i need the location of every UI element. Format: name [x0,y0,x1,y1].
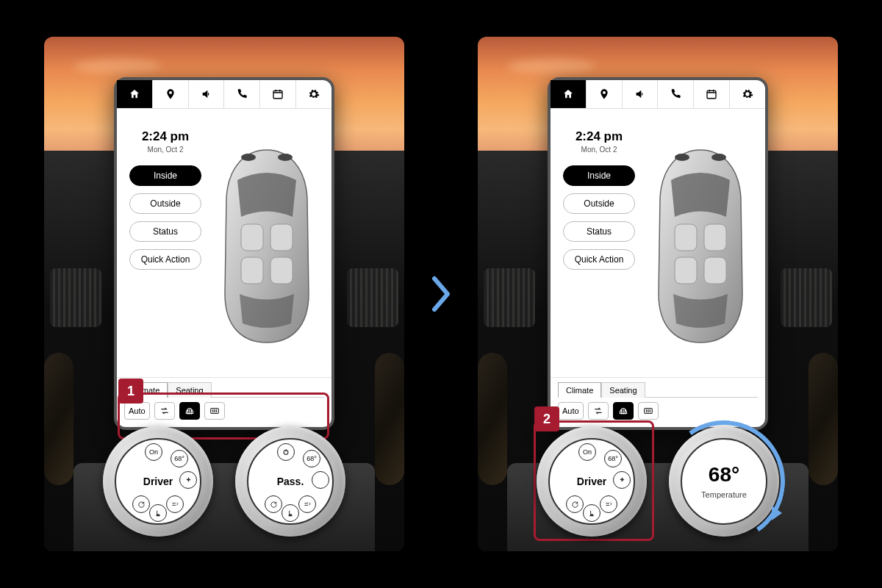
nav-calendar[interactable] [260,80,296,108]
temperature-dial-expanded[interactable]: 68° Temperature [669,426,779,537]
passenger-dial-label: Pass. [277,476,304,487]
passenger-dial-seat[interactable] [282,504,299,522]
vehicle-top-view [211,119,323,373]
driver-dial-label: Driver [143,476,173,487]
climate-recirculate-button[interactable] [588,402,609,420]
view-pill-outside[interactable]: Outside [563,193,635,214]
driver-dial-seat[interactable] [149,504,167,522]
climate-rear-defrost-button[interactable] [638,402,659,420]
passenger-dial-temp[interactable]: 68° [303,450,320,467]
driver-dial[interactable]: Driver On 68° [537,426,647,537]
tab-seating[interactable]: Seating [601,382,645,398]
passenger-dial-fan[interactable] [312,471,329,489]
svg-rect-9 [707,90,716,98]
transition-arrow-icon [426,279,456,309]
vehicle-top-view [645,119,756,373]
center-display: 2:24 pm Mon, Oct 2 Inside Outside Status… [548,77,768,430]
tab-seating[interactable]: Seating [168,382,211,398]
svg-rect-2 [270,224,293,251]
center-display: 2:24 pm Mon, Oct 2 Inside Outside Status… [114,77,334,430]
driver-dial-label: Driver [577,476,606,487]
nav-calendar[interactable] [694,80,730,108]
svg-point-5 [241,154,256,161]
passenger-dial-on[interactable] [277,443,295,461]
air-vent-left [50,268,101,327]
driver-dial-airflow[interactable] [600,495,617,513]
nav-location[interactable] [587,80,623,108]
nav-phone[interactable] [224,80,260,108]
svg-point-6 [278,154,293,161]
view-pill-status[interactable]: Status [129,221,201,242]
nav-volume[interactable] [623,80,659,108]
bottom-panel: Climate Seating Auto [117,377,331,427]
panel-before: 2:24 pm Mon, Oct 2 Inside Outside Status… [44,37,404,551]
view-pill-inside[interactable]: Inside [129,165,201,186]
clock-date: Mon, Oct 2 [576,146,623,154]
bottom-panel: Climate Seating Auto [551,377,765,427]
climate-front-defrost-button[interactable] [613,402,634,420]
temp-value: 68° [709,463,739,487]
panel-after: 2:24 pm Mon, Oct 2 Inside Outside Status… [478,37,838,551]
clock-date: Mon, Oct 2 [142,146,189,154]
climate-recirculate-button[interactable] [154,402,175,420]
dial-row: Driver On 68° Pass. 68° [44,426,404,537]
temp-label: Temperature [701,490,747,499]
nav-location[interactable] [153,80,189,108]
clock: 2:24 pm Mon, Oct 2 [142,129,189,154]
rotate-arrowhead-icon [772,506,782,520]
driver-dial-airflow[interactable] [166,495,184,513]
top-nav [551,80,765,109]
driver-dial-fan[interactable] [179,471,197,489]
tab-climate[interactable]: Climate [558,382,601,398]
clock: 2:24 pm Mon, Oct 2 [576,129,623,154]
svg-point-14 [675,154,689,161]
view-pill-quick-action[interactable]: Quick Action [563,249,635,270]
clock-time: 2:24 pm [142,129,189,144]
climate-front-defrost-button[interactable] [179,402,200,420]
view-pill-outside[interactable]: Outside [129,193,201,214]
svg-rect-0 [273,90,282,98]
driver-dial-on[interactable]: On [145,443,162,461]
driver-dial-fan[interactable] [613,471,631,489]
svg-rect-1 [241,224,263,251]
air-vent-right [347,268,398,327]
passenger-dial[interactable]: Pass. 68° [235,426,345,537]
driver-dial-seat[interactable] [583,504,600,522]
driver-dial-temp[interactable]: 68° [604,450,622,467]
driver-dial-cycle[interactable] [132,495,150,513]
climate-auto-button[interactable]: Auto [124,402,150,420]
passenger-dial-airflow[interactable] [298,495,316,513]
passenger-dial-cycle[interactable] [265,495,282,513]
clock-time: 2:24 pm [576,129,623,144]
air-vent-right [781,268,832,327]
svg-rect-12 [675,257,697,284]
svg-rect-10 [675,224,697,251]
driver-dial-temp[interactable]: 68° [171,450,188,467]
svg-rect-13 [704,257,726,284]
driver-dial-on[interactable]: On [578,443,596,461]
driver-dial[interactable]: Driver On 68° [103,426,213,537]
air-vent-left [484,268,535,327]
nav-settings[interactable] [296,80,331,108]
view-pill-status[interactable]: Status [563,221,635,242]
top-nav [117,80,331,109]
nav-home[interactable] [117,80,153,108]
svg-point-15 [711,154,726,161]
tab-climate[interactable]: Climate [124,382,168,398]
svg-rect-11 [704,224,726,251]
nav-volume[interactable] [189,80,225,108]
nav-phone[interactable] [658,80,694,108]
climate-auto-button[interactable]: Auto [558,402,584,420]
nav-home[interactable] [551,80,587,108]
svg-rect-3 [241,257,263,284]
climate-rear-defrost-button[interactable] [204,402,225,420]
view-pill-quick-action[interactable]: Quick Action [129,249,201,270]
svg-rect-4 [270,257,293,284]
view-pill-inside[interactable]: Inside [563,165,635,186]
dial-row: Driver On 68° 68° Temperature [478,426,838,537]
driver-dial-cycle[interactable] [566,495,584,513]
nav-settings[interactable] [730,80,765,108]
